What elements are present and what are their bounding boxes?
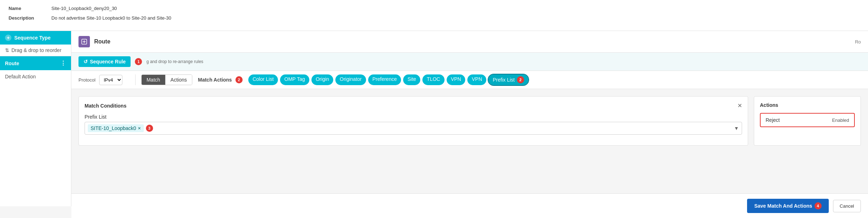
actions-title: Actions bbox=[760, 102, 855, 108]
route-icon bbox=[78, 36, 90, 47]
prefix-tag: SITE-10_Loopback0 ✕ bbox=[88, 124, 144, 132]
footer: Save Match And Actions 4 Cancel bbox=[71, 193, 868, 206]
default-action-label: Default Action bbox=[5, 74, 36, 79]
sidebar: + Sequence Type ⇅ Drag & drop to reorder… bbox=[0, 31, 71, 206]
tab-actions[interactable]: Actions bbox=[166, 75, 192, 85]
name-label: Name bbox=[9, 6, 51, 11]
drag-drop-label: Drag & drop to reorder bbox=[11, 47, 61, 53]
match-conditions-close-button[interactable]: ✕ bbox=[737, 102, 742, 109]
name-value: Site-10_Loopback0_deny20_30 bbox=[51, 6, 117, 11]
chip-site[interactable]: Site bbox=[403, 74, 420, 85]
sequence-rule-bar: ↺ Sequence Rule 1 g and drop to re-arran… bbox=[71, 53, 868, 71]
seq-rule-badge: 1 bbox=[135, 58, 142, 65]
chip-tloc[interactable]: TLOC bbox=[422, 74, 444, 85]
route-item[interactable]: Route ⋮ bbox=[0, 56, 71, 70]
top-section: Name Site-10_Loopback0_deny20_30 Descrip… bbox=[0, 0, 868, 31]
seq-rule-icon: ↺ bbox=[83, 59, 88, 64]
prefix-list-section: Prefix List SITE-10_Loopback0 ✕ 3 ▼ bbox=[85, 114, 742, 135]
match-conditions-box: Match Conditions ✕ Prefix List SITE-10_L… bbox=[78, 96, 748, 146]
chip-prefix-list[interactable]: Prefix List 2 bbox=[488, 74, 528, 85]
drag-drop-hint: ⇅ Drag & drop to reorder bbox=[0, 45, 71, 56]
prefix-list-badge: 2 bbox=[517, 76, 524, 83]
chip-vpn-2[interactable]: VPN bbox=[467, 74, 486, 85]
chip-omp-tag[interactable]: OMP Tag bbox=[280, 74, 309, 85]
step-3-badge: 3 bbox=[146, 125, 153, 132]
sequence-type-icon: + bbox=[5, 35, 11, 41]
route-title: Route bbox=[94, 38, 110, 45]
save-badge: 4 bbox=[814, 202, 822, 206]
drag-icon: ⇅ bbox=[5, 47, 9, 53]
save-match-actions-button[interactable]: Save Match And Actions 4 bbox=[747, 199, 828, 206]
chip-bar: Color List OMP Tag Origin Originator Pre… bbox=[248, 74, 528, 85]
route-label: Route bbox=[5, 61, 19, 66]
prefix-list-input[interactable]: SITE-10_Loopback0 ✕ 3 ▼ bbox=[85, 122, 742, 135]
sequence-rule-button[interactable]: ↺ Sequence Rule bbox=[78, 56, 131, 67]
actions-box: Actions Reject Enabled bbox=[754, 96, 861, 146]
content-area: Route Ro ↺ Sequence Rule 1 g and drop to… bbox=[71, 31, 868, 206]
route-menu-icon[interactable]: ⋮ bbox=[60, 60, 66, 67]
route-title-right: Ro bbox=[855, 39, 861, 45]
drag-hint-text: g and drop to re-arrange rules bbox=[146, 59, 203, 64]
dropdown-arrow-icon: ▼ bbox=[734, 125, 739, 131]
chip-origin[interactable]: Origin bbox=[311, 74, 333, 85]
reject-label: Reject bbox=[766, 117, 780, 123]
protocol-label: Protocol bbox=[78, 77, 96, 83]
chip-preference[interactable]: Preference bbox=[368, 74, 401, 85]
main-layout: + Sequence Type ⇅ Drag & drop to reorder… bbox=[0, 31, 868, 206]
match-actions-tabs: Match Actions bbox=[141, 74, 192, 85]
description-label: Description bbox=[9, 15, 51, 21]
protocol-select[interactable]: IPv4 bbox=[99, 75, 122, 85]
enabled-label: Enabled bbox=[832, 118, 849, 123]
vertical-divider bbox=[135, 74, 136, 85]
prefix-list-label: Prefix List bbox=[85, 114, 742, 120]
tag-close-icon[interactable]: ✕ bbox=[138, 126, 141, 131]
match-actions-bar: Protocol IPv4 Match Actions Match Action… bbox=[71, 71, 868, 89]
cancel-button[interactable]: Cancel bbox=[833, 200, 861, 207]
protocol-section: Protocol IPv4 bbox=[78, 75, 122, 85]
default-action-item[interactable]: Default Action bbox=[0, 70, 71, 83]
sequence-type-label: Sequence Type bbox=[14, 35, 51, 41]
sequence-type-button[interactable]: + Sequence Type bbox=[0, 31, 71, 45]
chip-color-list[interactable]: Color List bbox=[248, 74, 278, 85]
chip-vpn-1[interactable]: VPN bbox=[447, 74, 466, 85]
route-header: Route Ro bbox=[71, 31, 868, 53]
chip-originator[interactable]: Originator bbox=[335, 74, 366, 85]
match-actions-badge: 2 bbox=[235, 76, 243, 83]
match-actions-heading: Match Actions bbox=[198, 77, 232, 83]
match-conditions-title: Match Conditions ✕ bbox=[85, 102, 742, 109]
main-content: Match Conditions ✕ Prefix List SITE-10_L… bbox=[71, 89, 868, 153]
sequence-rule-label: Sequence Rule bbox=[90, 59, 126, 64]
reject-row: Reject Enabled bbox=[760, 113, 855, 127]
description-value: Do not advertise Site-10 Loopback0 to Si… bbox=[51, 15, 171, 21]
tab-match[interactable]: Match bbox=[142, 75, 166, 85]
